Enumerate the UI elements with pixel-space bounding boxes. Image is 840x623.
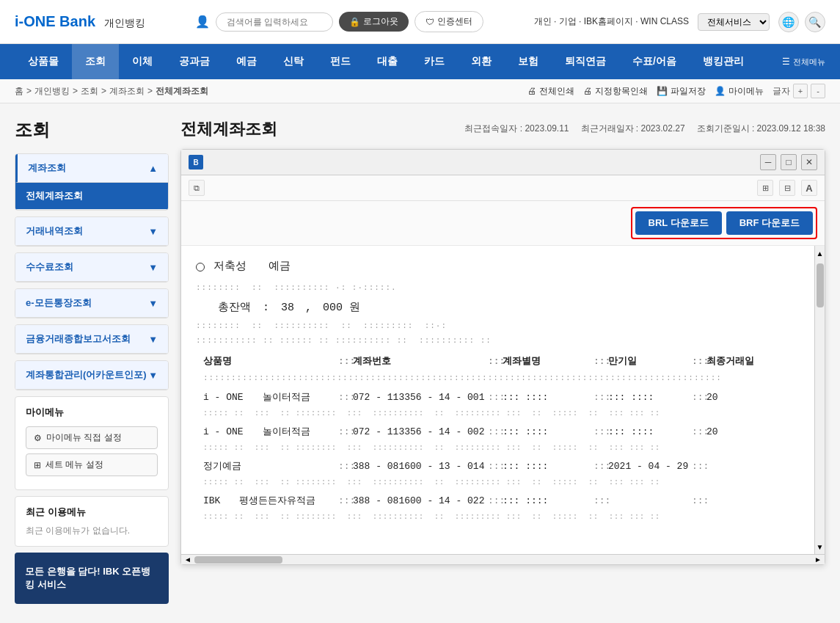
printer-icon: 🖨 xyxy=(527,86,536,96)
column-headers: 상품명 ::: 계좌번호 ::: 계좌별명 ::: 만기일 ::: 최종거래일 xyxy=(196,354,800,370)
doc-titlebar-right: ─ □ ✕ xyxy=(760,154,817,170)
doc-content-wrapper: 저축성 예금 :::::::: :: :::::::::: ·: :·:::::… xyxy=(181,246,825,554)
print-selected-button[interactable]: 🖨 지정항목인쇄 xyxy=(583,85,648,98)
globe-icon[interactable]: 🌐 xyxy=(778,12,799,32)
row2-maturity: ::: :::: xyxy=(608,424,689,440)
hscroll-thumb[interactable] xyxy=(194,556,282,564)
grid-icon: ⊞ xyxy=(34,460,41,470)
dotted-line-2: :::::::: :: :::::::::: :: ::::::::: ::·: xyxy=(196,319,800,333)
dotted-row4: ::::: :: ::: :: :::::::: ::: :::::::::: … xyxy=(196,511,800,523)
nav-item-inquiry[interactable]: 조회 xyxy=(72,44,119,79)
banner-text: 모든 은행을 담다! IBK 오픈뱅킹 서비스 xyxy=(25,565,158,591)
scroll-thumb[interactable] xyxy=(817,263,824,307)
sidebar-section-transaction: 거래내역조회 ▼ xyxy=(15,216,169,247)
doc-tool-layout1[interactable]: ⊞ xyxy=(757,180,773,196)
brf-download-button[interactable]: BRF 다운로드 xyxy=(726,211,813,235)
sidebar-header-account-inquiry[interactable]: 계좌조회 ▲ xyxy=(15,154,168,183)
nav-item-check[interactable]: 수표/어음 xyxy=(619,44,690,79)
sidebar-header-ebank[interactable]: e-모든통장조회 ▼ xyxy=(15,289,168,318)
scroll-left-button[interactable]: ◄ xyxy=(184,555,191,564)
header-icons: 🌐 🔍 xyxy=(778,12,825,32)
recent-empty-text: 최근 이용메뉴가 없습니다. xyxy=(26,525,158,537)
sidebar-section-ebank: e-모든통장조회 ▼ xyxy=(15,288,169,318)
doc-horizontal-scrollbar[interactable]: ◄ ► xyxy=(181,554,825,564)
nav-item-forex[interactable]: 외환 xyxy=(458,44,505,79)
print-all-button[interactable]: 🖨 전체인쇄 xyxy=(527,85,574,98)
font-decrease-button[interactable]: - xyxy=(811,84,825,98)
nav-item-deposit[interactable]: 예금 xyxy=(223,44,270,79)
row3-account: 388 - 081600 - 13 - 014 xyxy=(353,459,485,475)
sidebar-section-report: 금융거래종합보고서조회 ▼ xyxy=(15,324,169,354)
total-amount-row: 총잔액 : 38 , 000 원 xyxy=(218,299,800,318)
breadcrumb-home[interactable]: 홈 xyxy=(15,85,23,98)
brl-download-button[interactable]: BRL 다운로드 xyxy=(635,211,722,235)
nav-item-banking[interactable]: 뱅킹관리 xyxy=(690,44,757,79)
sidebar-item-all-accounts[interactable]: 전체계좌조회 xyxy=(15,183,168,210)
col-last-trade: 최종거래일 xyxy=(706,354,765,370)
doc-tool-layout2[interactable]: ⊟ xyxy=(779,180,795,196)
total-amount: 38 , 000 원 xyxy=(281,299,360,318)
mymenu-button[interactable]: 👤 마이메뉴 xyxy=(715,85,764,98)
nav-item-trust[interactable]: 신탁 xyxy=(270,44,317,79)
last-access-info: 최근접속일자 : 2023.09.11 xyxy=(464,123,569,135)
logout-button[interactable]: 🔒 로그아웃 xyxy=(339,12,409,32)
row4-maturity xyxy=(608,493,689,509)
mymenu-direct-button[interactable]: ⚙ 마이메뉴 직접 설정 xyxy=(26,426,158,449)
doc-vertical-scrollbar[interactable]: ▲ ▼ xyxy=(814,246,825,554)
breadcrumb-inquiry[interactable]: 조회 xyxy=(81,85,98,98)
nav-item-insurance[interactable]: 보험 xyxy=(505,44,552,79)
service-select[interactable]: 전체서비스 xyxy=(698,13,770,31)
nav-item-fund[interactable]: 펀드 xyxy=(317,44,364,79)
chevron-down-icon: ▼ xyxy=(148,226,158,237)
doc-tool-font[interactable]: A xyxy=(801,180,817,196)
dotted-line-col: ::::::::::::::::::::::::::::::::::::::::… xyxy=(196,371,800,385)
chevron-down2-icon: ▼ xyxy=(148,262,158,273)
font-increase-button[interactable]: + xyxy=(793,84,808,98)
sidebar-section-account-manage: 계좌통합관리(어카운트인포) ▼ xyxy=(15,360,169,390)
mymenu-set-button[interactable]: ⊞ 세트 메뉴 설정 xyxy=(26,453,158,476)
row1-alias: ::: :::: xyxy=(503,390,591,406)
nav-item-pension[interactable]: 퇴직연금 xyxy=(552,44,619,79)
minimize-button[interactable]: ─ xyxy=(760,154,776,170)
scroll-down-button[interactable]: ▼ xyxy=(817,539,824,554)
person2-icon: 👤 xyxy=(715,86,726,96)
menu-icon: ☰ xyxy=(782,57,790,67)
chevron-down3-icon: ▼ xyxy=(148,298,158,309)
scroll-right-button[interactable]: ► xyxy=(814,555,822,564)
doc-app-icon: B xyxy=(189,155,203,170)
logo: i-ONE Bank 개인뱅킹 xyxy=(15,13,145,30)
row1-maturity: ::: :::: xyxy=(608,390,689,406)
printer2-icon: 🖨 xyxy=(583,86,592,96)
sidebar-header-fee[interactable]: 수수료조회 ▼ xyxy=(15,253,168,282)
font-size-controls: 글자 + - xyxy=(773,84,825,98)
doc-toolbar: ⧉ ⊞ ⊟ A xyxy=(181,175,825,201)
breadcrumb-personal[interactable]: 개인뱅킹 xyxy=(34,85,70,98)
breadcrumb-account[interactable]: 계좌조회 xyxy=(109,85,145,98)
col-account-no: 계좌번호 xyxy=(353,354,485,370)
scroll-up-button[interactable]: ▲ xyxy=(817,246,824,261)
row1-last-trade: 20 xyxy=(706,390,765,406)
search-input[interactable] xyxy=(216,12,333,32)
nav-item-card[interactable]: 카드 xyxy=(411,44,458,79)
sidebar-header-transaction[interactable]: 거래내역조회 ▼ xyxy=(15,217,168,246)
nav-item-products[interactable]: 상품몰 xyxy=(15,44,72,79)
nav-item-transfer[interactable]: 이체 xyxy=(119,44,166,79)
page-title: 전체계좌조회 xyxy=(180,118,277,140)
doc-tool-copy[interactable]: ⧉ xyxy=(189,180,205,196)
content-header: 전체계좌조회 최근접속일자 : 2023.09.11 최근거래일자 : 2023… xyxy=(180,118,825,140)
all-menu[interactable]: ☰ 전체메뉴 xyxy=(782,57,825,68)
breadcrumb-bar: 홈 > 개인뱅킹 > 조회 > 계좌조회 > 전체계좌조회 🖨 전체인쇄 🖨 지… xyxy=(0,79,840,103)
cert-button[interactable]: 🛡 인증센터 xyxy=(414,11,483,32)
dotted-line-1: :::::::: :: :::::::::: ·: :·:::::. xyxy=(196,281,800,295)
banner[interactable]: 모든 은행을 담다! IBK 오픈뱅킹 서비스 xyxy=(15,553,169,604)
close-button[interactable]: ✕ xyxy=(801,154,817,170)
sidebar-header-report[interactable]: 금융거래종합보고서조회 ▼ xyxy=(15,325,168,354)
nav-item-loan[interactable]: 대출 xyxy=(364,44,411,79)
restore-button[interactable]: □ xyxy=(781,154,797,170)
doc-content: 저축성 예금 :::::::: :: :::::::::: ·: :·:::::… xyxy=(181,246,814,554)
save-file-button[interactable]: 💾 파일저장 xyxy=(657,85,706,98)
inquiry-time-info: 조회기준일시 : 2023.09.12 18:38 xyxy=(697,123,825,135)
nav-item-utility[interactable]: 공과금 xyxy=(166,44,223,79)
sidebar-header-account-manage[interactable]: 계좌통합관리(어카운트인포) ▼ xyxy=(15,361,168,390)
search-icon[interactable]: 🔍 xyxy=(805,12,825,32)
